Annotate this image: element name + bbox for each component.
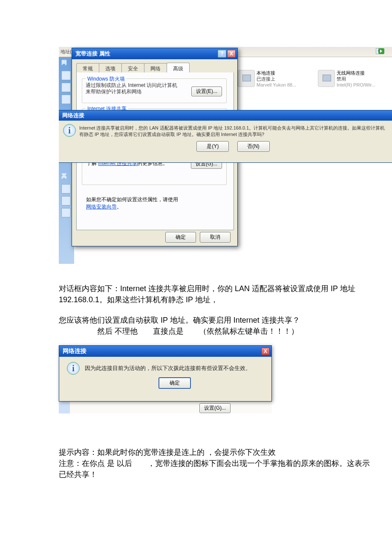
tab-general[interactable]: 常规 bbox=[76, 63, 99, 73]
dialog-buttons: 确定 取消 bbox=[72, 232, 237, 243]
conn-status: 禁用 bbox=[337, 76, 388, 82]
lan-icon bbox=[238, 70, 255, 87]
article-paragraph-2: 您应该将他们设置成自动获取 IP 地址。确实要启用 Internet 连接共享？… bbox=[59, 315, 374, 337]
dialog-title: 宽带连接 属性 bbox=[74, 50, 217, 58]
ok-button[interactable]: 确定 bbox=[165, 232, 196, 243]
yes-button[interactable]: 是(Y) bbox=[196, 141, 229, 152]
sidebar-item[interactable] bbox=[61, 83, 71, 92]
tab-security[interactable]: 安全 bbox=[121, 63, 144, 73]
firewall-group: Windows 防火墙 通过限制或防止从 Internet 访问此计算机来帮助保… bbox=[82, 78, 227, 103]
info-text: 因为此连接目前为活动的，所以下次拨此连接前有些设置不会生效。 bbox=[85, 364, 265, 372]
tab-options[interactable]: 选项 bbox=[99, 63, 122, 73]
connection-lan[interactable]: 本地连接 已连接上 Marvell Yukon 88... bbox=[238, 70, 310, 94]
go-button[interactable] bbox=[378, 48, 390, 55]
wizard-hint: 如果您不确定如何设置这些属性，请使用 网络安装向导。 bbox=[86, 196, 222, 211]
sidebar-item[interactable] bbox=[61, 208, 71, 217]
settings-button-below[interactable]: 设置(G)... bbox=[199, 403, 231, 413]
firewall-desc: 通过限制或防止从 Internet 访问此计算机来帮助保护计算机和网络 bbox=[86, 82, 179, 95]
info-icon bbox=[63, 124, 76, 137]
sidebar-item[interactable] bbox=[61, 71, 71, 80]
no-button[interactable]: 否(N) bbox=[237, 141, 270, 152]
sidebar-item[interactable] bbox=[61, 196, 71, 205]
info-title: 网络连接 bbox=[61, 347, 261, 355]
sidebar-item[interactable] bbox=[61, 95, 71, 104]
screenshot-msgbox: 网络连接 X 因为此连接目前为活动的，所以下次拨此连接前有些设置不会生效。 确定… bbox=[59, 345, 272, 413]
connections-pane: 本地连接 已连接上 Marvell Yukon 88... 无线网络连接 禁用 … bbox=[238, 57, 392, 104]
info-icon bbox=[67, 362, 80, 375]
firewall-settings-button[interactable]: 设置(E)... bbox=[191, 87, 222, 96]
article-paragraph-3: 提示内容：如果此时你的宽带连接是连上的 ，会提示你下次生效 注意：在你点 是 以… bbox=[59, 447, 374, 480]
conn-name: 无线网络连接 bbox=[337, 70, 388, 76]
titlebar[interactable]: 网络连接 bbox=[59, 110, 392, 121]
confirm-body: Internet 连接共享被启用时，您的 LAN 适配器将被设置成使用 IP 地… bbox=[59, 121, 392, 153]
ok-button[interactable]: 确定 bbox=[159, 377, 191, 389]
info-dialog: 网络连接 X 因为此连接目前为活动的，所以下次拨此连接前有些设置不会生效。 确定 bbox=[59, 345, 272, 402]
confirm-title: 网络连接 bbox=[61, 112, 390, 119]
wizard-link[interactable]: 网络安装向导 bbox=[86, 204, 117, 210]
conn-device: Marvell Yukon 88... bbox=[257, 82, 308, 88]
wifi-icon bbox=[318, 70, 335, 87]
titlebar[interactable]: 宽带连接 属性 ? X bbox=[72, 48, 237, 59]
arrow-icon bbox=[378, 48, 384, 54]
conn-name: 本地连接 bbox=[257, 70, 308, 76]
tab-strip: 常规 选项 安全 网络 高级 bbox=[76, 63, 234, 73]
connection-wifi[interactable]: 无线网络连接 禁用 Intel(R) PRO/Wir... bbox=[318, 70, 390, 94]
tab-advanced[interactable]: 高级 bbox=[167, 63, 190, 72]
close-button[interactable]: X bbox=[227, 50, 236, 58]
sidebar-item[interactable] bbox=[61, 184, 71, 194]
confirm-text: Internet 连接共享被启用时，您的 LAN 适配器将被设置成使用 IP 地… bbox=[79, 125, 387, 138]
tab-network[interactable]: 网络 bbox=[144, 63, 167, 73]
confirm-dialog: 网络连接 Internet 连接共享被启用时，您的 LAN 适配器将被设置成使用… bbox=[59, 110, 392, 163]
help-button[interactable]: ? bbox=[218, 50, 226, 58]
titlebar[interactable]: 网络连接 X bbox=[59, 346, 271, 357]
close-button[interactable]: X bbox=[261, 347, 270, 355]
conn-status: 已连接上 bbox=[257, 76, 308, 82]
firewall-legend: Windows 防火墙 bbox=[86, 75, 127, 83]
cancel-button[interactable]: 取消 bbox=[200, 232, 231, 243]
screenshot-properties: 地址(D) v 网 其 本地连接 已连接上 Marvell Yukon 88..… bbox=[59, 47, 392, 254]
info-body: 因为此连接目前为活动的，所以下次拨此连接前有些设置不会生效。 确定 bbox=[59, 357, 271, 391]
conn-device: Intel(R) PRO/Wir... bbox=[337, 82, 388, 88]
article-paragraph-1: 对话框内容如下：Internet 连接共享被启用时，你的 LAN 适配器将被设置… bbox=[59, 283, 374, 305]
